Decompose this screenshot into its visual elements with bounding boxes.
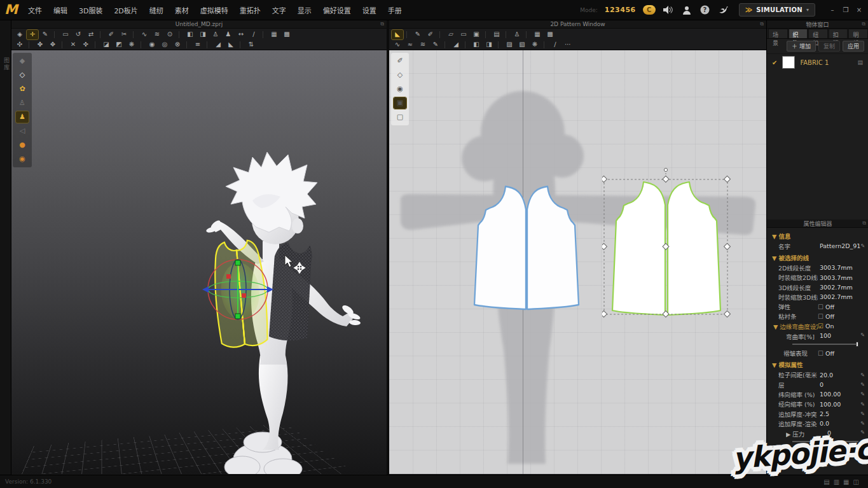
line-tool-icon[interactable]: ∕ <box>549 40 561 50</box>
fabric-detail-icon[interactable]: ▤ <box>857 59 863 66</box>
drape-right-icon[interactable]: ◣ <box>225 40 237 50</box>
menu-item[interactable]: 偏好设置 <box>318 3 356 17</box>
fabric-list-item[interactable]: ✔ FABRIC 1 ▤ <box>767 54 868 71</box>
print-layout-icon[interactable]: ❋ <box>529 40 541 50</box>
show-garment-icon[interactable]: ◆ <box>16 55 29 67</box>
close-button[interactable]: × <box>855 6 863 13</box>
menu-item[interactable]: 缝纫 <box>144 3 169 17</box>
show-sphere-2d-icon[interactable]: ◉ <box>394 83 406 95</box>
pattern-pair-selected[interactable] <box>602 168 731 319</box>
transform-pattern-icon[interactable]: ◣ <box>392 30 403 39</box>
grid-2d-dense-icon[interactable]: ▩ <box>544 30 556 39</box>
pattern-pair-front[interactable] <box>471 183 582 312</box>
circle-pattern-icon[interactable]: ▣ <box>471 30 482 39</box>
simulation-dropdown-icon[interactable]: ▾ <box>806 7 809 13</box>
sew-segment-icon[interactable]: ∿ <box>392 40 403 50</box>
library-tab[interactable]: 图库 <box>3 57 11 71</box>
edit-pencil-icon[interactable]: ✎ <box>860 391 865 397</box>
flatten-left-icon[interactable]: ◧ <box>471 40 482 50</box>
separator[interactable] <box>207 41 210 48</box>
show-pattern-mesh-icon[interactable]: ✿ <box>16 83 29 95</box>
separator[interactable] <box>263 31 266 38</box>
fitting-show-icon[interactable]: ◩ <box>113 40 125 50</box>
checkbox-icon[interactable]: ☐ <box>818 303 823 310</box>
segment-sewing-icon[interactable]: ∿ <box>139 30 150 39</box>
fabric-check-icon[interactable]: ✔ <box>772 59 777 66</box>
show-avatar-head-icon[interactable]: ● <box>16 139 29 151</box>
show-garment-solid-icon[interactable]: ◇ <box>16 69 29 81</box>
arrange-clone-icon[interactable]: ◨ <box>197 30 209 39</box>
pleats-icon[interactable]: ▤ <box>491 30 502 39</box>
checkbox-icon[interactable]: ☑ <box>818 323 823 330</box>
restore-button[interactable]: ❐ <box>842 6 850 13</box>
sew-multi-icon[interactable]: ≋ <box>417 40 429 50</box>
menu-item[interactable]: 3D服装 <box>74 3 107 17</box>
separator[interactable] <box>240 41 244 48</box>
separator[interactable] <box>100 31 104 38</box>
button-icon[interactable]: ◉ <box>146 40 158 50</box>
separator[interactable] <box>544 41 548 48</box>
help-icon[interactable]: ? <box>699 5 711 15</box>
select-tool-icon[interactable]: ◈ <box>14 30 25 39</box>
baseline-icon[interactable]: ⋯ <box>562 40 574 50</box>
menu-item[interactable]: 文字 <box>267 3 291 17</box>
topstitch-icon[interactable]: ≡ <box>192 40 203 50</box>
sew-edit-icon[interactable]: ✎ <box>430 40 441 50</box>
edit-curve-icon[interactable]: ✐ <box>425 30 436 39</box>
separator[interactable] <box>465 41 469 48</box>
show-cloth-icon[interactable]: ◁ <box>16 125 29 137</box>
separator[interactable] <box>526 31 530 38</box>
sew-free-icon[interactable]: ≈ <box>404 40 416 50</box>
show-avatar-icon[interactable]: ♙ <box>16 97 29 109</box>
bird-icon[interactable] <box>718 5 729 15</box>
move-pattern-icon[interactable]: ▭ <box>60 30 71 39</box>
menu-item[interactable]: 虚拟模特 <box>195 3 233 17</box>
menu-item[interactable]: 显示 <box>293 3 317 17</box>
flatten-right-icon[interactable]: ◨ <box>483 40 495 50</box>
rotate-pattern-icon[interactable]: ↺ <box>72 30 84 39</box>
edit-pencil-icon[interactable]: ✎ <box>860 372 865 378</box>
pin-select-icon[interactable]: ✤ <box>34 40 46 50</box>
separator[interactable] <box>186 41 190 48</box>
zipper-icon[interactable]: ⊗ <box>172 40 183 50</box>
separator[interactable] <box>54 31 58 38</box>
separator[interactable] <box>141 41 144 48</box>
checkbox-icon[interactable]: ☐ <box>818 313 823 320</box>
avatar-pose-icon[interactable]: ♟ <box>223 30 234 39</box>
minimize-button[interactable]: – <box>829 6 836 13</box>
move-gizmo-icon[interactable]: ✛ <box>27 30 38 39</box>
show-garment-2d-icon[interactable]: ◇ <box>394 69 406 81</box>
viewport-2d[interactable]: ✐◇◉▣▢ <box>389 50 766 474</box>
arrange-garment-icon[interactable]: ◧ <box>184 30 196 39</box>
status-grid-icon[interactable]: ▥ <box>834 478 839 485</box>
separator[interactable] <box>179 31 183 38</box>
coin-icon[interactable]: C <box>643 5 656 15</box>
status-view-icon[interactable]: ◫ <box>853 478 859 485</box>
measure-edit-icon[interactable]: ∕ <box>248 30 259 39</box>
avatar-display-icon[interactable]: ♙ <box>210 30 221 39</box>
menu-item[interactable]: 文件 <box>23 3 47 17</box>
popout-icon[interactable]: ⧉ <box>760 21 764 27</box>
copy-fabric-button[interactable]: 复制 <box>818 41 840 52</box>
edit-pencil-icon[interactable]: ✎ <box>860 411 865 417</box>
menu-item[interactable]: 设置 <box>357 3 382 17</box>
status-layout-icon[interactable]: ▤ <box>823 478 829 485</box>
apply-fabric-button[interactable]: 应用 <box>843 41 864 52</box>
tape-measure-icon[interactable]: ↔ <box>235 30 247 39</box>
tab-buttonhole[interactable]: 扣眼 <box>829 29 848 38</box>
fitting-suit-icon[interactable]: ◪ <box>100 40 112 50</box>
pin-icon[interactable]: ⊙ <box>164 30 176 39</box>
show-pattern-2d-icon[interactable]: ▣ <box>394 97 406 109</box>
tab-fabric[interactable]: 织物 <box>789 29 808 38</box>
drape-left-icon[interactable]: ◢ <box>212 40 224 50</box>
edit-sculpt-icon[interactable]: ✎ <box>39 30 51 39</box>
show-bounding-sphere-icon[interactable]: ◉ <box>16 153 29 165</box>
edit-pencil-icon[interactable]: ✎ <box>860 382 865 387</box>
separator[interactable] <box>62 41 65 48</box>
buttonhole-icon[interactable]: ◎ <box>159 40 170 50</box>
popout-icon[interactable]: ⧉ <box>862 21 865 27</box>
tab-button[interactable]: 纽扣 <box>808 29 828 38</box>
tab-topstitch[interactable]: 明线 <box>848 29 868 38</box>
property-slider[interactable] <box>792 344 858 345</box>
seam-allowance-icon[interactable]: ◢ <box>450 40 462 50</box>
